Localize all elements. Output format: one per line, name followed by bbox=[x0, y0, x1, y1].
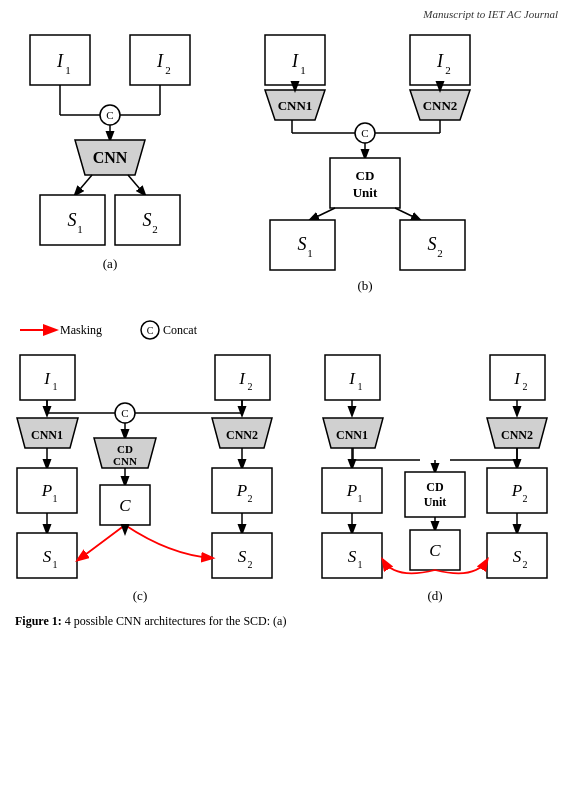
page: Manuscript to IET AC Journal I 1 I 2 C bbox=[0, 0, 570, 812]
svg-text:P: P bbox=[511, 481, 522, 500]
svg-text:CD: CD bbox=[356, 168, 375, 183]
svg-text:2: 2 bbox=[445, 64, 451, 76]
svg-text:1: 1 bbox=[65, 64, 71, 76]
svg-text:2: 2 bbox=[248, 493, 253, 504]
svg-text:(c): (c) bbox=[133, 588, 147, 603]
svg-text:CNN1: CNN1 bbox=[278, 98, 313, 113]
svg-text:(d): (d) bbox=[427, 588, 442, 603]
diagrams-svg: I 1 I 2 C CNN S bbox=[0, 0, 570, 812]
svg-text:CNN1: CNN1 bbox=[31, 428, 63, 442]
svg-text:S: S bbox=[43, 547, 52, 566]
svg-text:S: S bbox=[238, 547, 247, 566]
svg-line-16 bbox=[128, 175, 145, 195]
svg-text:1: 1 bbox=[358, 493, 363, 504]
svg-text:CNN1: CNN1 bbox=[336, 428, 368, 442]
svg-text:Figure 1:
       4 possible CN: Figure 1: 4 possible CNN architectures f… bbox=[15, 614, 286, 628]
svg-text:1: 1 bbox=[77, 223, 83, 235]
svg-text:P: P bbox=[236, 481, 247, 500]
svg-text:2: 2 bbox=[165, 64, 171, 76]
svg-text:1: 1 bbox=[53, 381, 58, 392]
svg-text:S: S bbox=[428, 234, 437, 254]
svg-rect-43 bbox=[330, 158, 400, 208]
svg-text:C: C bbox=[121, 407, 128, 419]
svg-text:2: 2 bbox=[437, 247, 443, 259]
svg-text:CNN2: CNN2 bbox=[423, 98, 458, 113]
svg-text:S: S bbox=[348, 547, 357, 566]
svg-text:(b): (b) bbox=[357, 278, 372, 293]
svg-text:C: C bbox=[147, 325, 154, 336]
svg-text:P: P bbox=[41, 481, 52, 500]
svg-text:C: C bbox=[429, 541, 441, 560]
svg-text:2: 2 bbox=[248, 559, 253, 570]
svg-text:2: 2 bbox=[248, 381, 253, 392]
svg-text:Masking: Masking bbox=[60, 323, 102, 337]
svg-text:2: 2 bbox=[523, 493, 528, 504]
svg-text:CNN: CNN bbox=[93, 149, 128, 166]
svg-text:I: I bbox=[436, 51, 444, 71]
svg-text:I: I bbox=[291, 51, 299, 71]
svg-text:I: I bbox=[56, 51, 64, 71]
svg-text:CNN: CNN bbox=[113, 455, 137, 467]
svg-text:S: S bbox=[143, 210, 152, 230]
svg-line-46 bbox=[310, 208, 335, 220]
svg-text:1: 1 bbox=[53, 493, 58, 504]
svg-text:Unit: Unit bbox=[424, 495, 447, 509]
svg-text:1: 1 bbox=[300, 64, 306, 76]
svg-text:S: S bbox=[298, 234, 307, 254]
svg-text:S: S bbox=[68, 210, 77, 230]
svg-text:Unit: Unit bbox=[353, 185, 378, 200]
svg-text:C: C bbox=[361, 127, 368, 139]
svg-line-15 bbox=[75, 175, 92, 195]
svg-text:1: 1 bbox=[53, 559, 58, 570]
svg-text:2: 2 bbox=[152, 223, 158, 235]
svg-text:C: C bbox=[119, 496, 131, 515]
svg-text:1: 1 bbox=[307, 247, 313, 259]
svg-line-47 bbox=[395, 208, 420, 220]
svg-text:CD: CD bbox=[426, 480, 444, 494]
svg-text:P: P bbox=[346, 481, 357, 500]
svg-text:1: 1 bbox=[358, 559, 363, 570]
svg-text:Concat: Concat bbox=[163, 323, 198, 337]
svg-text:2: 2 bbox=[523, 559, 528, 570]
svg-text:(a): (a) bbox=[103, 256, 117, 271]
svg-text:2: 2 bbox=[523, 381, 528, 392]
svg-text:CD: CD bbox=[117, 443, 133, 455]
svg-text:S: S bbox=[513, 547, 522, 566]
svg-text:1: 1 bbox=[358, 381, 363, 392]
svg-text:C: C bbox=[106, 109, 113, 121]
svg-text:CNN2: CNN2 bbox=[226, 428, 258, 442]
svg-text:CNN2: CNN2 bbox=[501, 428, 533, 442]
svg-text:I: I bbox=[156, 51, 164, 71]
